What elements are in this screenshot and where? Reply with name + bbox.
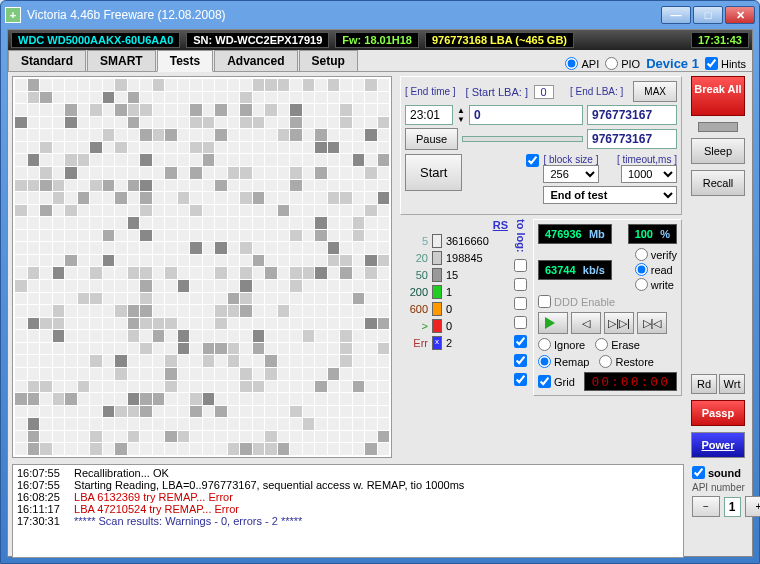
maximize-button[interactable]: □ bbox=[693, 6, 723, 24]
arrow-checkbox[interactable] bbox=[526, 154, 539, 167]
power-button[interactable]: Power bbox=[691, 432, 745, 458]
tab-setup[interactable]: Setup bbox=[299, 50, 358, 71]
log-chk-4[interactable] bbox=[514, 316, 527, 329]
tab-standard[interactable]: Standard bbox=[8, 50, 86, 71]
pio-radio[interactable]: PIO bbox=[605, 57, 640, 70]
timer-display: 00:00:00 bbox=[584, 372, 677, 391]
block-size-select[interactable]: 256 bbox=[543, 165, 599, 183]
api-num-minus[interactable]: − bbox=[692, 496, 720, 517]
device-status-bar: WDC WD5000AAKX-60U6AA0 SN: WD-WCC2EPX179… bbox=[8, 30, 752, 50]
clock: 17:31:43 bbox=[691, 32, 749, 48]
drive-lba: 976773168 LBA (~465 GB) bbox=[425, 32, 574, 48]
grid-checkbox[interactable]: Grid bbox=[538, 375, 575, 388]
verify-radio[interactable]: verify bbox=[635, 248, 677, 261]
log-chk-5[interactable] bbox=[514, 335, 527, 348]
end-lba2-field[interactable]: 976773167 bbox=[587, 129, 677, 149]
play-button[interactable] bbox=[538, 312, 568, 334]
drive-sn: SN: WD-WCC2EPX17919 bbox=[186, 32, 329, 48]
max-button[interactable]: MAX bbox=[633, 81, 677, 102]
log-panel[interactable]: 16:07:55 Recallibration... OK16:07:55 St… bbox=[12, 464, 684, 558]
read-radio[interactable]: read bbox=[635, 263, 677, 276]
speed-display: 63744 kb/s bbox=[538, 260, 612, 280]
log-chk-2[interactable] bbox=[514, 278, 527, 291]
drive-model: WDC WD5000AAKX-60U6AA0 bbox=[11, 32, 180, 48]
tab-advanced[interactable]: Advanced bbox=[214, 50, 297, 71]
end-button[interactable]: ▷|◁ bbox=[637, 312, 667, 334]
minimize-button[interactable]: — bbox=[661, 6, 691, 24]
app-icon: + bbox=[5, 7, 21, 23]
prev-button[interactable]: ◁ bbox=[571, 312, 601, 334]
passp-button[interactable]: Passp bbox=[691, 400, 745, 426]
endtime-field[interactable]: 23:01 bbox=[405, 105, 453, 125]
erase-radio[interactable]: Erase bbox=[595, 338, 640, 351]
tab-tests[interactable]: Tests bbox=[157, 50, 213, 72]
end-lba-field[interactable]: 976773167 bbox=[587, 105, 677, 125]
surface-map bbox=[12, 76, 392, 458]
api-num-field[interactable]: 1 bbox=[724, 497, 741, 517]
percent-display: 100 % bbox=[628, 224, 677, 244]
drive-fw: Fw: 18.01H18 bbox=[335, 32, 419, 48]
timeout-select[interactable]: 1000 bbox=[621, 165, 677, 183]
close-button[interactable]: ✕ bbox=[725, 6, 755, 24]
api-radio[interactable]: API bbox=[565, 57, 599, 70]
remap-radio[interactable]: Remap bbox=[538, 355, 589, 368]
device-label: Device 1 bbox=[646, 56, 699, 71]
sound-checkbox[interactable]: sound bbox=[692, 466, 748, 479]
write-radio[interactable]: write bbox=[635, 278, 677, 291]
break-all-button[interactable]: Break All bbox=[691, 76, 745, 116]
pause-button[interactable]: Pause bbox=[405, 128, 458, 150]
rd-button[interactable]: Rd bbox=[691, 374, 717, 394]
progress-bar bbox=[698, 122, 738, 132]
scan-params-panel: [ End time ] [ Start LBA: ] 0 [ End LBA:… bbox=[400, 76, 682, 215]
window-title: Victoria 4.46b Freeware (12.08.2008) bbox=[27, 8, 661, 22]
rs-link[interactable]: RS bbox=[400, 219, 508, 231]
sleep-button[interactable]: Sleep bbox=[691, 138, 745, 164]
log-chk-6[interactable] bbox=[514, 354, 527, 367]
tab-smart[interactable]: SMART bbox=[87, 50, 156, 71]
position-display: 476936 Mb bbox=[538, 224, 612, 244]
log-chk-7[interactable] bbox=[514, 373, 527, 386]
log-chk-1[interactable] bbox=[514, 259, 527, 272]
api-num-plus[interactable]: + bbox=[745, 496, 760, 517]
wrt-button[interactable]: Wrt bbox=[719, 374, 745, 394]
hints-checkbox[interactable]: Hints bbox=[705, 57, 746, 70]
recall-button[interactable]: Recall bbox=[691, 170, 745, 196]
navigation-arrows[interactable] bbox=[466, 154, 522, 210]
end-of-test-select[interactable]: End of test bbox=[543, 186, 677, 204]
start-button[interactable]: Start bbox=[405, 154, 462, 191]
timing-legend: RS 53616660 20198845 5015 2001 6000 >0 E… bbox=[400, 219, 508, 350]
start-lba-field[interactable]: 0 bbox=[469, 105, 583, 125]
ddd-checkbox[interactable]: DDD Enable bbox=[538, 295, 677, 308]
restore-radio[interactable]: Restore bbox=[599, 355, 654, 368]
ignore-radio[interactable]: Ignore bbox=[538, 338, 585, 351]
log-chk-3[interactable] bbox=[514, 297, 527, 310]
ff-button[interactable]: ▷|▷| bbox=[604, 312, 634, 334]
